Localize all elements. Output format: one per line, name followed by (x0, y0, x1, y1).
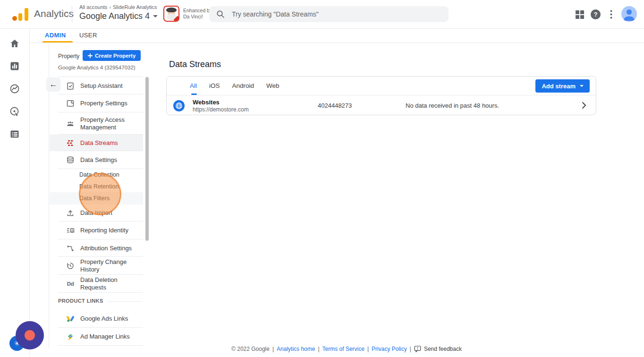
breadcrumb: All accounts›SlideRule Analytics (79, 4, 157, 10)
stream-name: Websites (193, 99, 249, 106)
stream-tab-ios[interactable]: iOS (209, 82, 220, 89)
person-icon (621, 6, 637, 22)
stream-tab-android[interactable]: Android (232, 82, 254, 89)
home-icon (9, 38, 20, 49)
history-icon (66, 262, 75, 270)
section-product-links: PRODUCT LINKS (50, 293, 143, 310)
chevron-down-icon (153, 15, 158, 17)
people-icon (66, 119, 75, 128)
admin-list-icon (9, 128, 20, 140)
recorder-record-button[interactable] (16, 321, 44, 349)
page-title: Data Streams (169, 60, 221, 69)
nav-reports[interactable] (0, 55, 29, 77)
data-streams-icon (66, 139, 75, 147)
footer-link-analytics-home[interactable]: Analytics home (277, 346, 315, 352)
route-icon (66, 244, 75, 253)
footer: © 2022 Google | Analytics home | Terms o… (49, 345, 644, 352)
stream-id: 4024448273 (318, 102, 352, 109)
menu-item-attribution-settings[interactable]: Attribution Settings (50, 239, 143, 257)
chevron-down-icon (580, 85, 584, 87)
property-selector-label: Google Analytics 4 (79, 11, 150, 21)
active-stream-tab-underline (191, 94, 197, 95)
menu-item-data-import[interactable]: Data Import (50, 204, 143, 221)
explore-trend-icon (9, 83, 20, 94)
search-bar[interactable] (209, 6, 449, 22)
stream-tab-web[interactable]: Web (266, 82, 280, 89)
stream-type-tabs: All iOS Android Web Add stream (167, 76, 596, 95)
menu-subitem-data-collection[interactable]: Data Collection (50, 169, 143, 181)
stream-tab-all[interactable]: All (190, 82, 197, 89)
menu-item-property-settings[interactable]: Property Settings (50, 94, 143, 112)
upload-icon (66, 209, 75, 217)
help-glyph: ? (594, 11, 598, 18)
brand-name: Analytics (34, 8, 74, 19)
collapse-panel-button[interactable]: ← (46, 77, 60, 92)
web-globe-icon (173, 100, 185, 111)
grid-apps-icon[interactable] (575, 10, 585, 19)
property-panel-header: Property Create Property Google Analytic… (50, 47, 144, 77)
breadcrumb-separator: › (109, 4, 111, 10)
search-icon (216, 10, 225, 18)
back-arrow-icon: ← (50, 80, 58, 89)
stream-url: https://demostore.com (193, 106, 249, 113)
menu-item-data-settings[interactable]: Data Settings (50, 151, 143, 169)
bar-chart-icon (9, 60, 20, 72)
property-name: Google Analytics 4 (329547032) (58, 65, 136, 70)
property-menu: Setup Assistant Property Settings Proper… (50, 77, 143, 346)
tab-user[interactable]: USER (79, 32, 97, 39)
footer-link-privacy-policy[interactable]: Privacy Policy (372, 346, 407, 352)
advertising-target-icon (9, 106, 20, 117)
create-property-button[interactable]: Create Property (83, 50, 141, 61)
copyright: © 2022 Google (231, 346, 270, 352)
menu-item-data-streams[interactable]: Data Streams (50, 135, 143, 151)
left-nav-rail (0, 28, 30, 357)
top-bar: Analytics All accounts›SlideRule Analyti… (0, 0, 644, 29)
google-analytics-logo-icon (12, 8, 29, 21)
feedback-bubble-icon (414, 345, 421, 352)
property-settings-icon (66, 99, 75, 108)
nav-admin[interactable] (0, 123, 29, 145)
nav-home[interactable] (0, 32, 29, 55)
davinci-avatar-icon (163, 6, 179, 22)
nav-explore[interactable] (0, 77, 29, 100)
setup-assistant-icon (66, 82, 75, 90)
google-ads-icon (66, 314, 75, 323)
divider (72, 6, 72, 22)
stream-name-block: Websites https://demostore.com (193, 99, 249, 113)
divider (30, 42, 644, 43)
footer-link-terms-of-service[interactable]: Terms of Service (322, 346, 364, 352)
enhanced-badge-text: Enhanced by Da Vinci! (183, 8, 212, 20)
help-icon[interactable]: ? (591, 9, 601, 19)
data-streams-card: All iOS Android Web Add stream Websites … (166, 76, 596, 115)
stream-status: No data received in past 48 hours. (406, 102, 499, 109)
property-label: Property (58, 53, 79, 60)
menu-item-property-access-management[interactable]: Property Access Management (50, 112, 143, 135)
menu-subitem-data-filters[interactable]: Data Filters (50, 192, 143, 204)
menu-item-ad-manager-links[interactable]: Ad Manager Links (50, 328, 143, 346)
property-selector[interactable]: Google Analytics 4 (79, 11, 158, 21)
tab-admin[interactable]: ADMIN (45, 32, 66, 39)
send-feedback-link[interactable]: Send feedback (414, 345, 462, 352)
chevron-right-icon[interactable] (580, 101, 588, 110)
enhanced-by-davinci-badge[interactable]: Enhanced by Da Vinci! (163, 6, 212, 22)
more-options-icon[interactable] (610, 10, 612, 19)
search-input[interactable] (231, 10, 431, 18)
plus-icon (88, 53, 93, 58)
breadcrumb-account[interactable]: SlideRule Analytics (113, 4, 157, 10)
menu-item-setup-assistant[interactable]: Setup Assistant (50, 77, 143, 94)
menu-item-reporting-identity[interactable]: Reporting Identity (50, 221, 143, 239)
nav-advertising[interactable] (0, 100, 29, 123)
record-dot-icon (25, 330, 35, 340)
identity-icon (66, 226, 75, 235)
dd-icon: Dd (66, 280, 75, 288)
menu-subitem-data-retention[interactable]: Data Retention (50, 181, 143, 192)
add-stream-button[interactable]: Add stream (535, 79, 590, 93)
stream-row-websites[interactable]: Websites https://demostore.com 402444827… (167, 95, 596, 116)
menu-item-data-deletion-requests[interactable]: Dd Data Deletion Requests (50, 275, 143, 293)
menu-item-property-change-history[interactable]: Property Change History (50, 257, 143, 275)
user-avatar[interactable] (621, 6, 637, 22)
breadcrumb-root[interactable]: All accounts (79, 4, 107, 10)
menu-item-google-ads-links[interactable]: Google Ads Links (50, 310, 143, 328)
ad-manager-icon (66, 332, 75, 341)
property-menu-scrollbar[interactable] (145, 77, 149, 241)
